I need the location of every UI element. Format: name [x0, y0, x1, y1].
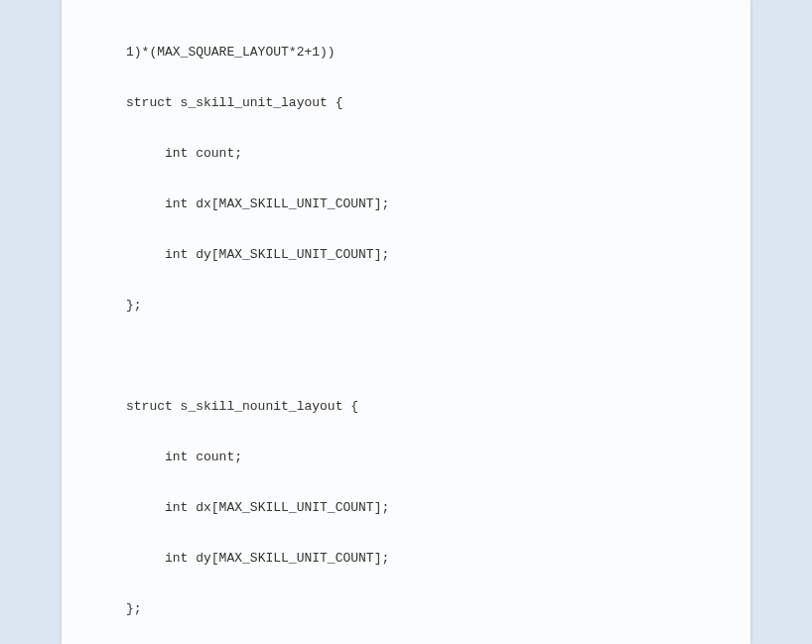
- code-line: int dx[MAX_SKILL_UNIT_COUNT];: [126, 499, 741, 516]
- code-line: int dx[MAX_SKILL_UNIT_COUNT];: [126, 195, 741, 212]
- code-line: struct s_skill_unit_layout {: [126, 94, 741, 111]
- code-line: int dy[MAX_SKILL_UNIT_COUNT];: [126, 550, 741, 567]
- document-page: 1)*(MAX_SQUARE_LAYOUT*2+1)) struct s_ski…: [62, 0, 750, 644]
- code-line: int count;: [126, 449, 741, 465]
- code-block[interactable]: 1)*(MAX_SQUARE_LAYOUT*2+1)) struct s_ski…: [62, 10, 750, 644]
- code-line: };: [126, 600, 741, 617]
- code-line: int dy[MAX_SKILL_UNIT_COUNT];: [126, 246, 741, 263]
- code-line: int count;: [126, 145, 741, 162]
- code-line: };: [126, 297, 741, 314]
- blank-line: [126, 347, 741, 364]
- code-line: 1)*(MAX_SQUARE_LAYOUT*2+1)): [126, 44, 741, 61]
- code-line: struct s_skill_nounit_layout {: [126, 398, 741, 415]
